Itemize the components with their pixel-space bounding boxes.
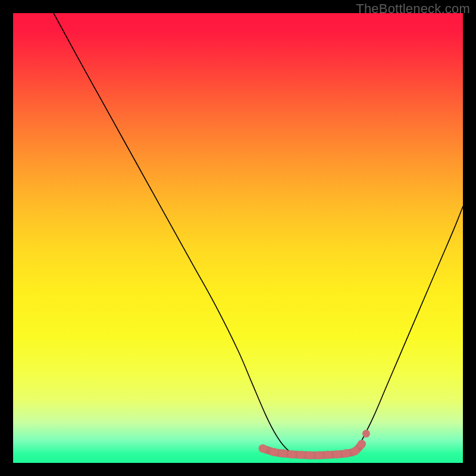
- curve-left-curve: [54, 13, 301, 455]
- curves-layer: [13, 13, 463, 463]
- marker-dot: [324, 450, 332, 459]
- marker-dot: [315, 451, 323, 459]
- marker-dot: [358, 440, 366, 448]
- marker-dot: [288, 450, 296, 459]
- chart-frame: TheBottleneck.com: [0, 0, 476, 476]
- marker-dot: [270, 448, 278, 456]
- curve-right-curve: [359, 206, 463, 445]
- plot-area: [13, 13, 463, 463]
- marker-dot: [259, 444, 267, 453]
- marker-dot: [351, 447, 359, 455]
- marker-dot: [297, 450, 305, 459]
- marker-dot: [306, 451, 314, 459]
- marker-end-dot: [362, 430, 370, 437]
- marker-dot: [333, 450, 341, 459]
- marker-dot: [342, 449, 350, 458]
- marker-dot: [279, 449, 287, 458]
